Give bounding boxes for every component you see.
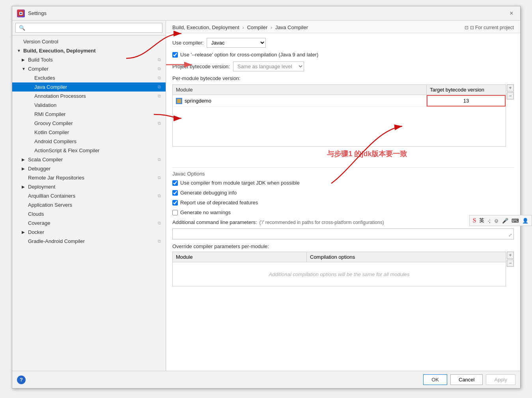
sidebar-item-compiler[interactable]: ▼ Compiler ⧉ [12,64,166,73]
ime-voice[interactable]: 🎤 [502,218,508,224]
sidebar-item-deployment[interactable]: ▶ Deployment [12,182,166,191]
sidebar-item-excludes[interactable]: Excludes ⧉ [12,73,166,82]
sidebar-item-arquillian[interactable]: Arquillian Containers ⧉ [12,191,166,200]
sidebar: Version Control ▼ Build, Execution, Depl… [12,21,166,371]
copy-icon: ⧉ [158,175,161,180]
use-compiler-module-checkbox[interactable] [172,180,178,186]
copy-icon: ⧉ [158,193,161,198]
module-table-border: Module Target bytecode version [172,84,506,147]
arrow-icon: ▼ [22,67,26,71]
content-area: Build, Execution, Deployment › Compiler … [166,21,520,371]
sidebar-item-validation[interactable]: Validation [12,101,166,110]
sidebar-tree: Version Control ▼ Build, Execution, Depl… [12,36,166,371]
search-box [12,21,166,36]
override-table-header: Module Compilation options [173,252,506,262]
sidebar-item-kotlin-compiler[interactable]: Kotlin Compiler [12,128,166,137]
override-label: Override compiler parameters per-module: [172,243,514,249]
module-name: springdemo [185,98,211,104]
ime-emoji[interactable]: ☺ [494,218,499,224]
sidebar-item-annotation-processors[interactable]: Annotation Processors ⧉ [12,92,166,101]
project-bytecode-row: Project bytecode version: Same as langua… [172,62,514,71]
ok-button[interactable]: OK [423,374,447,385]
target-bytecode-version-cell[interactable]: 13 [427,95,506,107]
sougou-logo: S [473,217,476,224]
remove-module-button[interactable]: − [507,92,514,99]
sidebar-item-build-tools[interactable]: ▶ Build Tools ⧉ [12,55,166,64]
title-bar: Settings × [12,6,520,21]
sidebar-item-build-execution[interactable]: ▼ Build, Execution, Deployment [12,46,166,55]
use-compiler-module-label: Use compiler from module target JDK when… [180,180,300,186]
override-table-body: Additional compilation options will be t… [173,262,506,286]
for-current-project-button[interactable]: ⊡ ⊡ For current project [465,25,514,30]
add-override-button[interactable]: + [507,252,514,259]
additional-params-label: Additional command line parameters: [172,219,257,225]
module-table-header: Module Target bytecode version [173,85,506,95]
ime-toolbar: S 英 ·; ☺ 🎤 ⌨ 👤 [469,215,532,226]
sidebar-item-gradle-android[interactable]: Gradle-Android Compiler ⧉ [12,237,166,246]
help-button[interactable]: ? [17,376,26,384]
cancel-button[interactable]: Cancel [450,374,483,385]
release-option-checkbox[interactable] [172,52,178,58]
copy-icon: ⧉ [158,239,161,244]
override-placeholder: Additional compilation options will be t… [269,271,410,277]
project-icon: ⊡ [465,25,469,30]
table-row: springdemo 13 [173,95,506,107]
use-compiler-label: Use compiler: [172,40,203,46]
sidebar-item-docker[interactable]: ▶ Docker [12,228,166,237]
sidebar-item-debugger[interactable]: ▶ Debugger [12,164,166,173]
dialog-footer: ? OK Cancel Apply [12,371,520,388]
additional-params-input[interactable] [172,228,514,239]
version-col-header: Target bytecode version [427,85,506,95]
sidebar-item-scala-compiler[interactable]: ▶ Scala Compiler ⧉ [12,155,166,164]
copy-icon: ⧉ [158,121,161,126]
override-module-header: Module [173,252,307,262]
use-compiler-row: Use compiler: Javac Eclipse Ajc [172,38,514,48]
module-icon [176,98,182,104]
generate-no-warnings-row: Generate no warnings [172,209,514,215]
bytecode-version-select[interactable]: Same as language level [233,62,304,71]
sidebar-item-android-compilers[interactable]: Android Compilers [12,137,166,146]
close-button[interactable]: × [508,9,515,17]
report-deprecated-row: Report use of deprecated features [172,200,514,206]
report-deprecated-checkbox[interactable] [172,200,178,206]
generate-no-warnings-label: Generate no warnings [180,209,231,215]
sidebar-item-app-servers[interactable]: Application Servers [12,200,166,209]
dialog-title: Settings [28,10,47,16]
app-icon [17,9,25,17]
add-module-button[interactable]: + [507,84,514,92]
sidebar-item-groovy-compiler[interactable]: Groovy Compiler ⧉ [12,119,166,128]
title-bar-left: Settings [17,9,47,17]
override-params-section: Override compiler parameters per-module:… [172,243,514,286]
project-bytecode-label: Project bytecode version: [172,64,230,69]
ime-user[interactable]: 👤 [522,218,528,224]
sidebar-item-actionscript[interactable]: ActionScript & Flex Compiler [12,146,166,155]
compiler-select[interactable]: Javac Eclipse Ajc [207,38,266,48]
javac-options-title: Javac Options [172,171,514,177]
sidebar-item-version-control[interactable]: Version Control [12,37,166,46]
command-params-row: Additional command line parameters: ('/'… [172,219,514,239]
arrow-icon: ▶ [22,230,26,234]
sidebar-item-rmi-compiler[interactable]: RMI Compiler [12,110,166,119]
additional-params-hint: ('/' recommended in paths for cross-plat… [259,220,384,225]
expand-icon[interactable]: ⤢ [508,232,512,238]
sidebar-item-java-compiler[interactable]: Java Compiler ⧉ [12,82,166,92]
release-option-label: Use '--release' option for cross-compila… [180,52,318,58]
module-table-body: springdemo 13 [173,95,506,146]
sidebar-item-clouds[interactable]: Clouds [12,209,166,219]
sidebar-item-remote-jar[interactable]: Remote Jar Repositories ⧉ [12,173,166,182]
apply-button[interactable]: Apply [486,374,515,385]
copy-icon: ⧉ [158,57,161,62]
generate-debug-row: Generate debugging info [172,190,514,196]
search-input[interactable] [15,23,162,33]
arrow-icon: ▶ [22,185,26,189]
content-main: Use compiler: Javac Eclipse Ajc Use '--r… [166,33,520,371]
ime-keyboard[interactable]: ⌨ [511,218,519,224]
copy-icon: ⧉ [158,84,161,90]
sidebar-item-coverage[interactable]: Coverage ⧉ [12,219,166,228]
generate-debug-checkbox[interactable] [172,190,178,196]
arrow-icon: ▶ [22,58,26,62]
breadcrumb: Build, Execution, Deployment › Compiler … [172,24,308,30]
remove-override-button[interactable]: − [507,260,514,267]
override-table-with-side: Module Compilation options Additional co… [172,252,514,286]
generate-no-warnings-checkbox[interactable] [172,210,178,215]
